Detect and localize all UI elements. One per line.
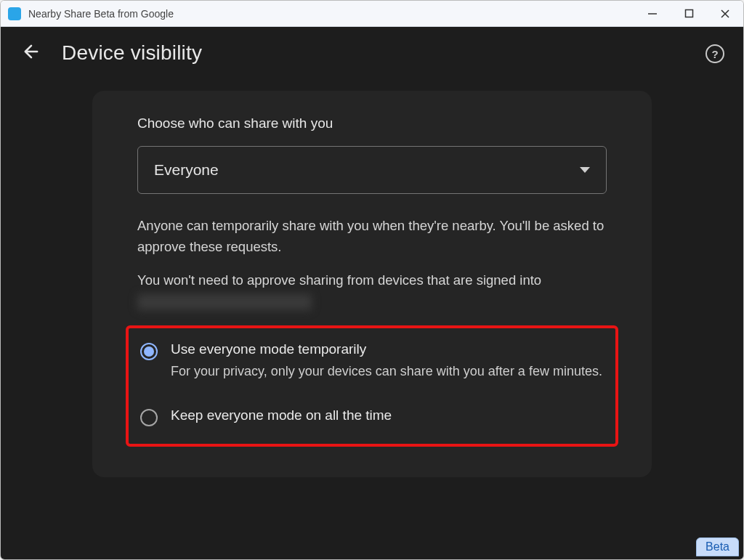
svg-rect-1 [685,10,692,17]
account-email-redacted [137,294,312,310]
radio-desc: For your privacy, only your devices can … [171,362,604,381]
radio-button[interactable] [140,409,158,426]
radio-content: Use everyone mode temporarily For your p… [171,341,604,381]
info-text-1: Anyone can temporarily share with you wh… [137,216,607,257]
close-button[interactable] [707,1,743,26]
minimize-button[interactable] [634,1,671,26]
app-body: Device visibility ? Choose who can share… [1,27,743,559]
app-window: Nearby Share Beta from Google Device vis… [0,0,744,560]
visibility-dropdown[interactable]: Everyone [137,146,607,194]
radio-title: Keep everyone mode on all the time [171,407,604,423]
radio-option-always[interactable]: Keep everyone mode on all the time [137,405,607,431]
close-icon [720,9,730,19]
section-label: Choose who can share with you [137,115,607,131]
radio-group-highlight: Use everyone mode temporarily For your p… [126,325,618,447]
settings-card: Choose who can share with you Everyone A… [92,91,652,477]
window-controls [634,1,743,26]
help-icon: ? [711,48,718,60]
header-row: Device visibility ? [1,27,743,78]
radio-title: Use everyone mode temporarily [171,341,604,357]
radio-content: Keep everyone mode on all the time [171,407,604,428]
back-button[interactable] [21,41,41,65]
window-title: Nearby Share Beta from Google [28,8,634,20]
radio-option-temporary[interactable]: Use everyone mode temporarily For your p… [137,338,607,384]
app-icon [8,7,21,20]
help-button[interactable]: ? [705,44,724,63]
beta-badge: Beta [696,537,739,556]
minimize-icon [647,9,658,19]
titlebar: Nearby Share Beta from Google [1,1,743,27]
back-arrow-icon [21,41,41,62]
page-title: Device visibility [62,41,202,65]
radio-button[interactable] [140,343,158,360]
maximize-button[interactable] [671,1,707,26]
dropdown-selected: Everyone [154,161,580,179]
info-text-2-prefix: You won't need to approve sharing from d… [137,272,541,288]
card-inner: Choose who can share with you Everyone A… [92,115,652,447]
chevron-down-icon [580,167,590,173]
info-text-2: You won't need to approve sharing from d… [137,270,607,312]
maximize-icon [684,9,694,18]
